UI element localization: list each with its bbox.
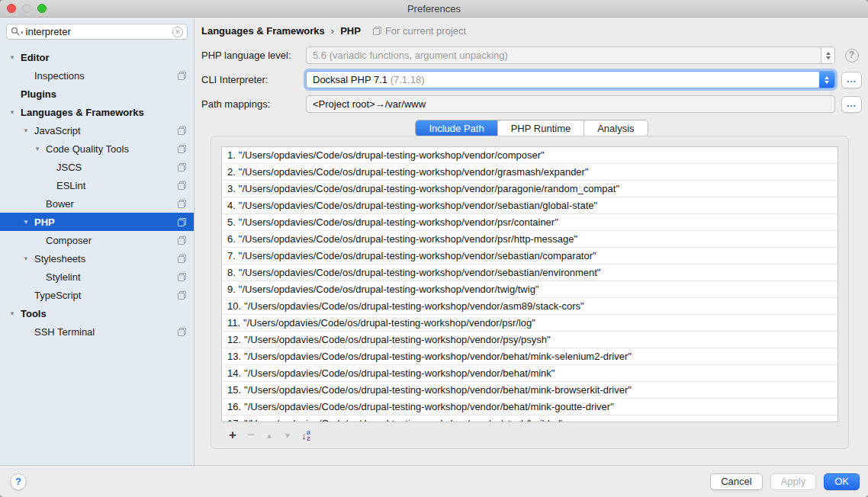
include-path-row[interactable]: 11."/Users/opdavies/Code/os/drupal-testi… [222,315,837,332]
sidebar-item-php[interactable]: ▼ PHP [0,213,194,231]
expand-triangle-icon[interactable]: ▼ [23,219,34,226]
cli-interpreter-browse-button[interactable]: … [841,72,862,88]
sidebar-item-plugins[interactable]: Plugins [0,85,194,103]
include-path-row[interactable]: 9."/Users/opdavies/Code/os/drupal-testin… [222,281,837,298]
cli-interpreter-version: (7.1.18) [391,74,425,85]
sidebar-item-label: Bower [46,198,74,210]
language-level-value: 5.6 (variadic functions, argument unpack… [307,50,821,61]
include-path-row[interactable]: 16."/Users/opdavies/Code/os/drupal-testi… [222,399,837,415]
add-path-button[interactable]: + [223,428,242,443]
current-project-scope-icon [178,273,186,281]
footer-buttons: Cancel Apply OK [710,473,860,490]
include-path-row[interactable]: 6."/Users/opdavies/Code/os/drupal-testin… [222,231,837,248]
tabs-segmented-control: Include Path PHP Runtime Analysis [415,120,648,136]
sidebar-item-label: Plugins [21,88,56,100]
language-level-label: PHP language level: [195,50,306,61]
path-mappings-field[interactable]: <Project root>→/var/www [306,95,835,113]
include-path-row[interactable]: 17."/Users/opdavies/Code/os/drupal-testi… [222,415,837,422]
cli-interpreter-row: CLI Interpreter: Docksal PHP 7.1 (7.1.18… [195,71,868,88]
include-path-row[interactable]: 5."/Users/opdavies/Code/os/drupal-testin… [222,214,837,231]
move-down-button[interactable]: ▼ [278,431,297,440]
apply-button[interactable]: Apply [770,473,817,490]
path-mappings-row: Path mappings: <Project root>→/var/www … [195,95,868,113]
sidebar-item-languages-frameworks[interactable]: ▼ Languages & Frameworks [0,103,194,121]
include-path-value: "/Users/opdavies/Code/os/drupal-testing-… [239,166,589,178]
include-path-value: "/Users/opdavies/Code/os/drupal-testing-… [244,418,562,422]
cli-interpreter-select[interactable]: Docksal PHP 7.1 (7.1.18) [306,71,835,88]
search-options-caret-icon[interactable]: ▾ [21,30,24,36]
sidebar-item-label: Inspections [34,70,85,82]
tab-analysis[interactable]: Analysis [583,120,647,136]
ok-button[interactable]: OK [824,473,860,490]
include-path-value: "/Users/opdavies/Code/os/drupal-testing-… [244,367,555,379]
expand-triangle-icon[interactable]: ▼ [34,146,46,152]
include-path-row[interactable]: 7."/Users/opdavies/Code/os/drupal-testin… [222,248,837,265]
sidebar-item-tools[interactable]: ▼ Tools [0,304,194,322]
sidebar-item-eslint[interactable]: ESLint [0,176,194,194]
language-level-row: PHP language level: 5.6 (variadic functi… [195,46,868,64]
move-up-button[interactable]: ▲ [260,431,278,440]
remove-path-button[interactable]: − [242,428,260,443]
close-window-button[interactable] [7,4,16,13]
sidebar-item-bower[interactable]: Bower [0,194,194,213]
include-path-value: "/Users/opdavies/Code/os/drupal-testing-… [239,200,597,211]
settings-tree: ▼ Editor Inspections Plugins ▼ Languages… [0,48,194,341]
include-path-row[interactable]: 12."/Users/opdavies/Code/os/drupal-testi… [222,332,837,348]
select-stepper-icon [821,47,834,63]
include-path-row[interactable]: 14."/Users/opdavies/Code/os/drupal-testi… [222,365,837,382]
sidebar-item-ssh-terminal[interactable]: SSH Terminal [0,322,194,341]
sidebar-item-typescript[interactable]: TypeScript [0,286,194,304]
zoom-window-button[interactable] [37,4,47,13]
include-path-value: "/Users/opdavies/Code/os/drupal-testing-… [239,233,577,245]
settings-main-panel: Languages & Frameworks › PHP For current… [195,18,868,465]
current-project-scope-icon [178,218,186,226]
sidebar-item-inspections[interactable]: Inspections [0,66,194,85]
language-level-help-icon[interactable]: ? [845,49,859,63]
sidebar-item-jscs[interactable]: JSCS [0,158,194,176]
sidebar-item-label: Languages & Frameworks [21,107,144,118]
dialog-footer: ? Cancel Apply OK [0,465,868,497]
sidebar-item-stylesheets[interactable]: ▼ Stylesheets [0,249,194,268]
scope-label: For current project [385,25,466,37]
include-path-value: "/Users/opdavies/Code/os/drupal-testing-… [244,401,614,412]
expand-triangle-icon[interactable]: ▼ [23,127,34,134]
include-path-value: "/Users/opdavies/Code/os/drupal-testing-… [239,149,545,161]
include-path-row[interactable]: 3."/Users/opdavies/Code/os/drupal-testin… [222,181,837,197]
breadcrumb: Languages & Frameworks › PHP For current… [201,25,466,37]
tab-include-path[interactable]: Include Path [416,120,497,136]
sidebar-item-code-quality-tools[interactable]: ▼ Code Quality Tools [0,139,194,158]
include-path-row[interactable]: 1."/Users/opdavies/Code/os/drupal-testin… [222,147,837,164]
include-path-row[interactable]: 2."/Users/opdavies/Code/os/drupal-testin… [222,164,837,181]
sidebar-item-javascript[interactable]: ▼ JavaScript [0,121,194,139]
expand-triangle-icon[interactable]: ▼ [9,310,21,317]
include-path-row[interactable]: 10."/Users/opdavies/Code/os/drupal-testi… [222,298,837,315]
expand-triangle-icon[interactable]: ▼ [9,109,21,116]
include-path-value: "/Users/opdavies/Code/os/drupal-testing-… [244,334,551,345]
cancel-button[interactable]: Cancel [710,473,762,490]
sidebar-item-stylelint[interactable]: Stylelint [0,268,194,286]
search-input[interactable] [26,26,172,37]
include-path-row[interactable]: 13."/Users/opdavies/Code/os/drupal-testi… [222,348,837,365]
scope-note: For current project [373,25,466,37]
include-path-value: "/Users/opdavies/Code/os/drupal-testing-… [239,250,596,261]
include-path-list[interactable]: 1."/Users/opdavies/Code/os/drupal-testin… [221,146,838,422]
tab-php-runtime[interactable]: PHP Runtime [497,120,584,136]
include-path-row[interactable]: 15."/Users/opdavies/Code/os/drupal-testi… [222,382,837,399]
expand-triangle-icon[interactable]: ▼ [23,255,34,262]
include-path-row[interactable]: 4."/Users/opdavies/Code/os/drupal-testin… [222,197,837,214]
current-project-scope-icon [178,236,186,245]
sort-alphabetically-button[interactable]: ↓ a z [297,429,315,441]
sidebar-item-label: ESLint [56,180,85,191]
path-mappings-browse-button[interactable]: … [841,96,862,113]
sidebar-item-label: Tools [21,308,47,319]
settings-search-field[interactable]: ▾ ✕ [6,24,188,40]
minimize-window-button[interactable] [22,4,31,13]
sidebar-item-composer[interactable]: Composer [0,231,194,249]
expand-triangle-icon[interactable]: ▼ [9,54,21,61]
clear-search-icon[interactable]: ✕ [172,27,183,37]
help-button[interactable]: ? [10,473,27,490]
sidebar-item-editor[interactable]: ▼ Editor [0,48,194,66]
window-title: Preferences [0,0,868,18]
include-path-row[interactable]: 8."/Users/opdavies/Code/os/drupal-testin… [222,265,837,281]
language-level-select[interactable]: 5.6 (variadic functions, argument unpack… [306,46,835,64]
